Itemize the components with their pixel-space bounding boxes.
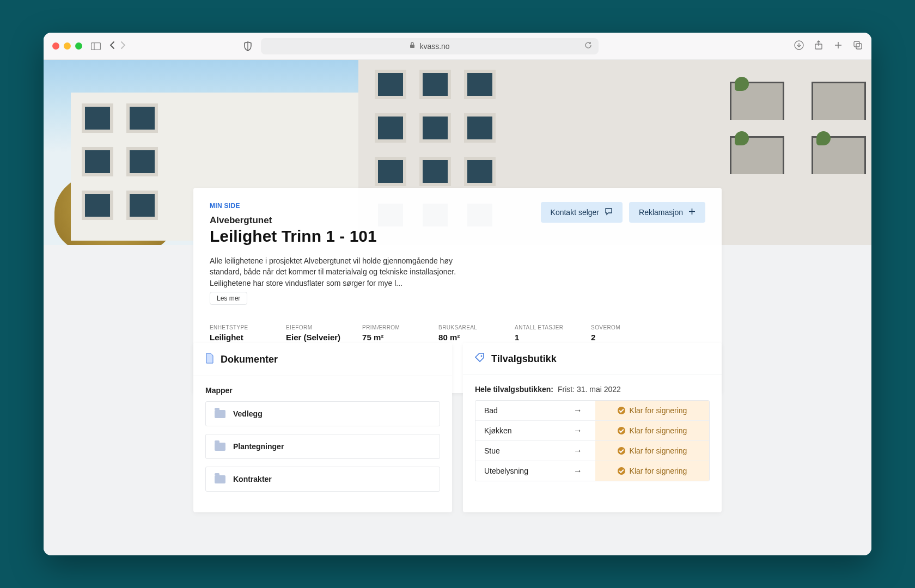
document-icon xyxy=(205,353,214,366)
svg-rect-2 xyxy=(410,45,414,48)
documents-title: Dokumenter xyxy=(221,354,278,365)
spec-item: BRUKSAREAL80 m² xyxy=(438,324,493,342)
status-badge: Klar for signering xyxy=(595,461,709,481)
tag-icon xyxy=(475,353,485,365)
complaint-button[interactable]: Reklamasjon xyxy=(629,202,705,223)
lock-icon xyxy=(410,42,415,50)
check-icon xyxy=(618,467,625,475)
folder-icon xyxy=(215,410,225,418)
nav-arrows xyxy=(109,41,126,52)
shop-title: Tilvalgsbutikk xyxy=(491,353,557,365)
check-icon xyxy=(618,427,625,434)
back-button[interactable] xyxy=(109,41,115,52)
tabs-overview-icon[interactable] xyxy=(853,40,863,52)
browser-window: kvass.no xyxy=(44,33,871,555)
svg-rect-0 xyxy=(91,42,101,50)
shop-row[interactable]: Utebelysning → Klar for signering xyxy=(475,461,709,481)
folder-item[interactable]: Plantegninger xyxy=(205,434,440,459)
spec-item: PRIMÆRROM75 m² xyxy=(362,324,417,342)
reload-icon[interactable] xyxy=(584,41,592,51)
unit-title: Leilighet Trinn 1 - 101 xyxy=(210,227,471,246)
documents-panel: Dokumenter Mapper Vedlegg Plantegninger … xyxy=(193,343,452,512)
spec-item: SOVEROM2 xyxy=(591,324,645,342)
folder-icon xyxy=(215,443,225,451)
share-icon[interactable] xyxy=(814,40,823,52)
folder-icon xyxy=(215,475,225,483)
shop-item-name: Stue xyxy=(475,441,574,461)
url-text: kvass.no xyxy=(419,42,449,51)
shop-item-name: Bad xyxy=(475,401,574,420)
contact-seller-button[interactable]: Kontakt selger xyxy=(541,202,623,223)
eyebrow: MIN SIDE xyxy=(210,202,471,210)
check-icon xyxy=(618,407,625,414)
shop-deadline-label: Hele tilvalgsbutikken: xyxy=(475,385,553,394)
folder-item[interactable]: Kontrakter xyxy=(205,467,440,492)
shop-panel: Tilvalgsbutikk Hele tilvalgsbutikken: Fr… xyxy=(463,343,722,512)
read-more-button[interactable]: Les mer xyxy=(210,292,247,305)
spec-item: EIEFORMEier (Selveier) xyxy=(286,324,340,342)
status-badge: Klar for signering xyxy=(595,421,709,440)
status-badge: Klar for signering xyxy=(595,401,709,420)
folders-label: Mapper xyxy=(205,386,440,395)
shop-item-name: Kjøkken xyxy=(475,421,574,440)
check-icon xyxy=(618,447,625,455)
close-window-button[interactable] xyxy=(52,42,59,50)
project-name: Alvebergtunet xyxy=(210,215,471,226)
spec-item: ENHETSTYPELeilighet xyxy=(210,324,264,342)
spec-item: ANTALL ETASJER1 xyxy=(515,324,569,342)
minimize-window-button[interactable] xyxy=(64,42,71,50)
folder-item[interactable]: Vedlegg xyxy=(205,401,440,426)
arrow-right-icon: → xyxy=(574,446,595,456)
chat-icon xyxy=(605,207,613,217)
browser-chrome: kvass.no xyxy=(44,33,871,60)
arrow-right-icon: → xyxy=(574,466,595,476)
folder-name: Vedlegg xyxy=(233,409,263,418)
maximize-window-button[interactable] xyxy=(75,42,82,50)
complaint-label: Reklamasjon xyxy=(639,208,683,217)
folder-name: Kontrakter xyxy=(233,475,272,483)
shop-item-name: Utebelysning xyxy=(475,461,574,481)
traffic-lights xyxy=(52,42,82,50)
shop-row[interactable]: Kjøkken → Klar for signering xyxy=(475,421,709,441)
new-tab-icon[interactable] xyxy=(833,40,843,52)
unit-description: Alle leilighetene i prosjektet Alvebergt… xyxy=(210,255,471,289)
arrow-right-icon: → xyxy=(574,426,595,436)
forward-button[interactable] xyxy=(120,41,126,52)
plus-icon xyxy=(688,208,696,217)
chrome-right-controls xyxy=(794,40,863,52)
sidebar-toggle-icon[interactable] xyxy=(91,42,101,50)
folder-name: Plantegninger xyxy=(233,442,284,451)
shop-deadline-value: Frist: 31. mai 2022 xyxy=(558,385,621,394)
svg-rect-5 xyxy=(854,41,859,47)
arrow-right-icon: → xyxy=(574,406,595,415)
status-badge: Klar for signering xyxy=(595,441,709,461)
svg-rect-6 xyxy=(856,44,862,49)
privacy-shield-icon[interactable] xyxy=(243,41,252,51)
svg-point-7 xyxy=(481,356,483,357)
shop-row[interactable]: Bad → Klar for signering xyxy=(475,401,709,421)
shop-table: Bad → Klar for signering Kjøkken → Klar … xyxy=(475,400,710,481)
contact-seller-label: Kontakt selger xyxy=(551,208,600,217)
shop-row[interactable]: Stue → Klar for signering xyxy=(475,441,709,461)
page-viewport: MIN SIDE Alvebergtunet Leilighet Trinn 1… xyxy=(44,60,871,555)
downloads-icon[interactable] xyxy=(794,40,804,52)
address-bar[interactable]: kvass.no xyxy=(261,38,599,54)
